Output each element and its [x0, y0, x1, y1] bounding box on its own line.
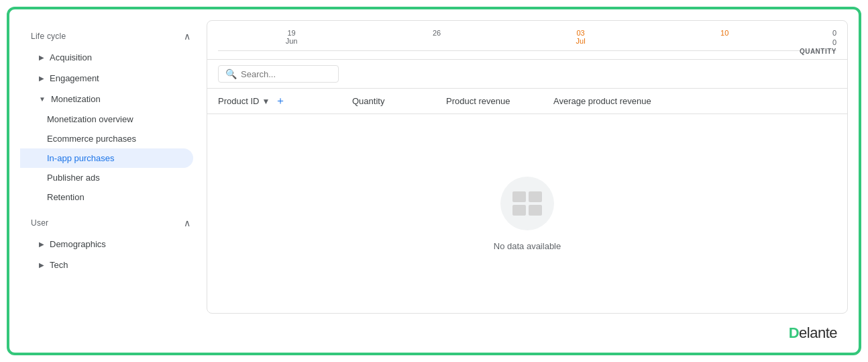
- chart-label-03jul: 03 Jul: [576, 29, 586, 45]
- add-column-icon[interactable]: ＋: [275, 94, 286, 108]
- quantity-label: Quantity: [352, 96, 384, 106]
- search-box[interactable]: 🔍: [218, 65, 339, 83]
- logo: Delante: [789, 324, 837, 342]
- chart-label-10: 10: [720, 29, 728, 45]
- sidebar-item-acquisition[interactable]: ▶ Acquisition: [20, 47, 193, 68]
- app-container: Life cycle ∧ ▶ Acquisition ▶ Engagement …: [7, 7, 861, 355]
- chart-label-26: 26: [433, 29, 441, 45]
- tech-label: Tech: [50, 260, 68, 270]
- product-id-label: Product ID: [218, 96, 259, 106]
- sidebar-item-demographics[interactable]: ▶ Demographics: [20, 234, 193, 255]
- placeholder-cell-4: [529, 205, 542, 216]
- no-data-table-placeholder: [512, 191, 542, 216]
- tech-arrow-icon: ▶: [39, 261, 44, 269]
- acquisition-arrow-icon: ▶: [39, 54, 44, 61]
- lifecycle-label: Life cycle: [31, 32, 66, 41]
- main-layout: Life cycle ∧ ▶ Acquisition ▶ Engagement …: [20, 20, 848, 314]
- monetization-label: Monetization: [51, 94, 101, 104]
- retention-label: Retention: [47, 192, 85, 202]
- ecommerce-purchases-label: Ecommerce purchases: [47, 134, 136, 144]
- col-quantity-header: Quantity: [352, 96, 446, 106]
- no-data-icon: [500, 177, 554, 230]
- sidebar-item-monetization[interactable]: ▼ Monetization: [20, 89, 193, 109]
- monetization-arrow-icon: ▼: [39, 95, 46, 103]
- chart-zero-label: 0: [832, 29, 836, 37]
- sidebar-sub-item-publisher-ads[interactable]: Publisher ads: [20, 168, 193, 187]
- demographics-arrow-icon: ▶: [39, 240, 44, 248]
- user-chevron-icon: ∧: [184, 218, 191, 228]
- logo-rest: elante: [799, 324, 837, 341]
- chart-quantity-label: QUANTITY: [800, 48, 836, 55]
- chart-label-19jun: 19 Jun: [286, 29, 298, 45]
- content-area: 19 Jun 26 03 Jul 10: [207, 20, 848, 314]
- placeholder-cell-1: [512, 191, 526, 202]
- sidebar-item-tech[interactable]: ▶ Tech: [20, 255, 193, 275]
- sidebar-item-engagement[interactable]: ▶ Engagement: [20, 68, 193, 89]
- sidebar-sub-item-monetization-overview[interactable]: Monetization overview: [20, 109, 193, 129]
- product-revenue-label: Product revenue: [446, 96, 510, 106]
- sidebar-sub-item-in-app-purchases[interactable]: In-app purchases: [20, 148, 193, 168]
- demographics-label: Demographics: [50, 239, 106, 249]
- no-data-text: No data available: [494, 241, 561, 251]
- table-header: Product ID ▼ ＋ Quantity Product revenue …: [207, 89, 847, 114]
- user-section-header: User ∧: [20, 212, 201, 234]
- placeholder-cell-3: [512, 205, 526, 216]
- sidebar-sub-item-retention[interactable]: Retention: [20, 187, 193, 207]
- user-label: User: [31, 218, 48, 228]
- logo-d: D: [789, 324, 799, 341]
- chart-horizontal-line: [218, 50, 836, 51]
- avg-revenue-label: Average product revenue: [553, 96, 651, 106]
- chart-area: 19 Jun 26 03 Jul 10: [207, 21, 847, 60]
- sidebar: Life cycle ∧ ▶ Acquisition ▶ Engagement …: [20, 20, 201, 314]
- monetization-overview-label: Monetization overview: [47, 114, 133, 124]
- logo-area: Delante: [20, 319, 848, 342]
- lifecycle-chevron-icon: ∧: [184, 31, 191, 42]
- acquisition-label: Acquisition: [50, 52, 92, 62]
- lifecycle-section-header: Life cycle ∧: [20, 26, 201, 47]
- search-input[interactable]: [241, 69, 321, 79]
- engagement-label: Engagement: [50, 73, 99, 83]
- in-app-purchases-label: In-app purchases: [47, 153, 114, 163]
- col-avg-revenue-header: Average product revenue: [553, 96, 688, 106]
- no-data-area: No data available: [207, 114, 847, 313]
- search-icon: 🔍: [225, 69, 237, 79]
- col-product-id-header: Product ID ▼ ＋: [218, 94, 352, 108]
- col-product-revenue-header: Product revenue: [446, 96, 553, 106]
- publisher-ads-label: Publisher ads: [47, 173, 100, 183]
- search-row: 🔍: [207, 60, 847, 89]
- placeholder-cell-2: [529, 191, 542, 202]
- engagement-arrow-icon: ▶: [39, 75, 44, 82]
- sidebar-sub-item-ecommerce-purchases[interactable]: Ecommerce purchases: [20, 129, 193, 148]
- sort-icon[interactable]: ▼: [262, 97, 270, 106]
- table-area: 🔍 Product ID ▼ ＋ Quantity Produc: [207, 60, 847, 313]
